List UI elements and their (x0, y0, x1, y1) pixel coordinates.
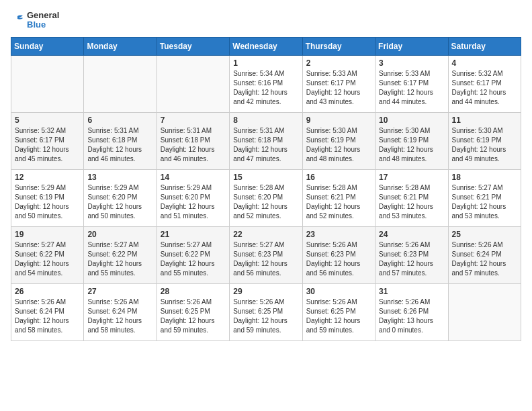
day-number: 20 (87, 230, 152, 239)
day-number: 8 (233, 116, 298, 125)
day-info: Sunrise: 5:28 AM Sunset: 6:21 PM Dayligh… (379, 183, 444, 221)
logo-bird-icon (11, 13, 24, 27)
calendar-header-tuesday: Tuesday (157, 37, 229, 55)
day-info: Sunrise: 5:32 AM Sunset: 6:17 PM Dayligh… (452, 69, 517, 107)
day-number: 31 (379, 287, 444, 296)
calendar-header-row: SundayMondayTuesdayWednesdayThursdayFrid… (11, 37, 521, 55)
day-info: Sunrise: 5:27 AM Sunset: 6:23 PM Dayligh… (233, 240, 298, 278)
day-number: 27 (87, 287, 152, 296)
logo: General Blue (11, 11, 59, 30)
day-info: Sunrise: 5:31 AM Sunset: 6:18 PM Dayligh… (161, 126, 226, 164)
day-number: 30 (306, 287, 371, 296)
day-info: Sunrise: 5:27 AM Sunset: 6:22 PM Dayligh… (161, 240, 226, 278)
calendar-header-monday: Monday (84, 37, 157, 55)
day-info: Sunrise: 5:27 AM Sunset: 6:22 PM Dayligh… (15, 240, 80, 278)
day-number: 7 (161, 116, 226, 125)
day-info: Sunrise: 5:30 AM Sunset: 6:19 PM Dayligh… (379, 126, 444, 164)
calendar-cell: 11Sunrise: 5:30 AM Sunset: 6:19 PM Dayli… (448, 112, 521, 169)
calendar-cell: 15Sunrise: 5:28 AM Sunset: 6:20 PM Dayli… (230, 169, 302, 226)
day-number: 2 (306, 58, 371, 68)
day-number: 5 (15, 116, 80, 125)
day-number: 16 (306, 173, 371, 182)
calendar-cell (84, 55, 157, 112)
calendar-cell: 31Sunrise: 5:26 AM Sunset: 6:26 PM Dayli… (375, 283, 448, 340)
day-info: Sunrise: 5:29 AM Sunset: 6:20 PM Dayligh… (161, 183, 226, 221)
calendar-cell: 21Sunrise: 5:27 AM Sunset: 6:22 PM Dayli… (157, 226, 229, 283)
day-number: 29 (233, 287, 298, 296)
logo-text-blue: Blue (27, 20, 59, 30)
day-info: Sunrise: 5:26 AM Sunset: 6:24 PM Dayligh… (87, 298, 152, 335)
day-info: Sunrise: 5:26 AM Sunset: 6:25 PM Dayligh… (233, 298, 298, 335)
calendar-table: SundayMondayTuesdayWednesdayThursdayFrid… (11, 37, 521, 341)
day-info: Sunrise: 5:33 AM Sunset: 6:17 PM Dayligh… (306, 69, 371, 107)
day-info: Sunrise: 5:26 AM Sunset: 6:24 PM Dayligh… (15, 298, 80, 335)
calendar-cell: 26Sunrise: 5:26 AM Sunset: 6:24 PM Dayli… (11, 283, 84, 340)
calendar-cell: 30Sunrise: 5:26 AM Sunset: 6:25 PM Dayli… (302, 283, 375, 340)
day-number: 12 (15, 173, 80, 182)
calendar-week-1: 1Sunrise: 5:34 AM Sunset: 6:16 PM Daylig… (11, 55, 521, 112)
day-info: Sunrise: 5:26 AM Sunset: 6:23 PM Dayligh… (306, 240, 371, 278)
calendar-cell: 16Sunrise: 5:28 AM Sunset: 6:21 PM Dayli… (302, 169, 375, 226)
calendar-header-friday: Friday (375, 37, 448, 55)
day-info: Sunrise: 5:30 AM Sunset: 6:19 PM Dayligh… (306, 126, 371, 164)
calendar-cell: 28Sunrise: 5:26 AM Sunset: 6:25 PM Dayli… (157, 283, 229, 340)
day-number: 10 (379, 116, 444, 125)
calendar-cell: 4Sunrise: 5:32 AM Sunset: 6:17 PM Daylig… (448, 55, 521, 112)
calendar-cell: 20Sunrise: 5:27 AM Sunset: 6:22 PM Dayli… (84, 226, 157, 283)
day-number: 22 (233, 230, 298, 239)
calendar-header-thursday: Thursday (302, 37, 375, 55)
day-number: 19 (15, 230, 80, 239)
day-number: 9 (306, 116, 371, 125)
calendar-cell: 1Sunrise: 5:34 AM Sunset: 6:16 PM Daylig… (230, 55, 302, 112)
calendar-cell: 17Sunrise: 5:28 AM Sunset: 6:21 PM Dayli… (375, 169, 448, 226)
day-number: 13 (87, 173, 152, 182)
day-number: 1 (233, 58, 298, 68)
calendar-cell: 6Sunrise: 5:31 AM Sunset: 6:18 PM Daylig… (84, 112, 157, 169)
calendar-cell (157, 55, 229, 112)
day-info: Sunrise: 5:26 AM Sunset: 6:25 PM Dayligh… (306, 298, 371, 335)
calendar-cell: 3Sunrise: 5:33 AM Sunset: 6:17 PM Daylig… (375, 55, 448, 112)
day-number: 25 (452, 230, 517, 239)
calendar-cell: 22Sunrise: 5:27 AM Sunset: 6:23 PM Dayli… (230, 226, 302, 283)
calendar-cell: 2Sunrise: 5:33 AM Sunset: 6:17 PM Daylig… (302, 55, 375, 112)
day-info: Sunrise: 5:26 AM Sunset: 6:25 PM Dayligh… (161, 298, 226, 335)
calendar-cell: 13Sunrise: 5:29 AM Sunset: 6:20 PM Dayli… (84, 169, 157, 226)
day-info: Sunrise: 5:27 AM Sunset: 6:21 PM Dayligh… (452, 183, 517, 221)
calendar-header-saturday: Saturday (448, 37, 521, 55)
day-info: Sunrise: 5:32 AM Sunset: 6:17 PM Dayligh… (15, 126, 80, 164)
day-info: Sunrise: 5:31 AM Sunset: 6:18 PM Dayligh… (87, 126, 152, 164)
calendar-cell: 12Sunrise: 5:29 AM Sunset: 6:19 PM Dayli… (11, 169, 84, 226)
calendar-cell: 27Sunrise: 5:26 AM Sunset: 6:24 PM Dayli… (84, 283, 157, 340)
calendar-cell: 10Sunrise: 5:30 AM Sunset: 6:19 PM Dayli… (375, 112, 448, 169)
day-number: 11 (452, 116, 517, 125)
day-info: Sunrise: 5:26 AM Sunset: 6:26 PM Dayligh… (379, 298, 444, 335)
day-info: Sunrise: 5:29 AM Sunset: 6:19 PM Dayligh… (15, 183, 80, 221)
calendar-header-sunday: Sunday (11, 37, 84, 55)
calendar-week-5: 26Sunrise: 5:26 AM Sunset: 6:24 PM Dayli… (11, 283, 521, 340)
calendar-cell: 29Sunrise: 5:26 AM Sunset: 6:25 PM Dayli… (230, 283, 302, 340)
calendar-cell: 14Sunrise: 5:29 AM Sunset: 6:20 PM Dayli… (157, 169, 229, 226)
calendar-week-2: 5Sunrise: 5:32 AM Sunset: 6:17 PM Daylig… (11, 112, 521, 169)
day-number: 24 (379, 230, 444, 239)
day-number: 28 (161, 287, 226, 296)
day-info: Sunrise: 5:29 AM Sunset: 6:20 PM Dayligh… (87, 183, 152, 221)
calendar-header-wednesday: Wednesday (230, 37, 302, 55)
calendar-week-4: 19Sunrise: 5:27 AM Sunset: 6:22 PM Dayli… (11, 226, 521, 283)
day-number: 14 (161, 173, 226, 182)
calendar-cell: 24Sunrise: 5:26 AM Sunset: 6:23 PM Dayli… (375, 226, 448, 283)
day-number: 21 (161, 230, 226, 239)
day-info: Sunrise: 5:34 AM Sunset: 6:16 PM Dayligh… (233, 69, 298, 107)
day-info: Sunrise: 5:28 AM Sunset: 6:21 PM Dayligh… (306, 183, 371, 221)
calendar-cell (448, 283, 521, 340)
day-number: 15 (233, 173, 298, 182)
calendar-week-3: 12Sunrise: 5:29 AM Sunset: 6:19 PM Dayli… (11, 169, 521, 226)
page-header: General Blue (11, 11, 521, 30)
calendar-cell: 19Sunrise: 5:27 AM Sunset: 6:22 PM Dayli… (11, 226, 84, 283)
day-info: Sunrise: 5:27 AM Sunset: 6:22 PM Dayligh… (87, 240, 152, 278)
calendar-cell: 25Sunrise: 5:26 AM Sunset: 6:24 PM Dayli… (448, 226, 521, 283)
logo-text-general: General (27, 11, 59, 20)
day-number: 26 (15, 287, 80, 296)
calendar-cell: 18Sunrise: 5:27 AM Sunset: 6:21 PM Dayli… (448, 169, 521, 226)
day-number: 3 (379, 58, 444, 68)
calendar-cell: 8Sunrise: 5:31 AM Sunset: 6:18 PM Daylig… (230, 112, 302, 169)
